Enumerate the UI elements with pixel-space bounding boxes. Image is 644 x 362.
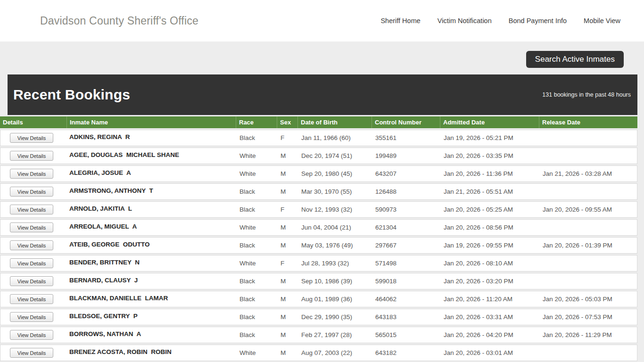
release-date-value — [539, 183, 637, 200]
search-active-inmates-button[interactable]: Search Active Inmates — [526, 51, 624, 68]
release-date-value: Jan 20, 2026 - 05:03 PM — [539, 291, 637, 307]
release-date-value: Jan 20, 2026 - 11:29 PM — [539, 327, 637, 343]
control-number-value: 643207 — [372, 165, 440, 182]
dob-value: Aug 01, 1989 (36) — [297, 291, 372, 307]
view-details-button[interactable]: View Details — [10, 169, 53, 179]
dob-value: Dec 20, 1974 (51) — [297, 148, 372, 164]
column-header-admitted-date: Admitted Date — [440, 116, 539, 128]
admitted-date-value: Jan 20, 2026 - 03:31 AM — [440, 309, 539, 325]
table-row: View Details BLACKMAN, DANIELLE LAMAR Bl… — [0, 291, 637, 307]
view-details-button[interactable]: View Details — [10, 240, 53, 250]
inmate-name: ARREOLA, MIGUEL A — [66, 219, 236, 236]
admitted-date-value: Jan 20, 2026 - 08:10 AM — [440, 255, 539, 272]
dob-value: Sep 10, 1986 (39) — [297, 273, 372, 289]
nav-link-sheriff-home[interactable]: Sheriff Home — [380, 17, 420, 25]
sex-value: M — [277, 291, 297, 307]
sex-value: M — [277, 327, 297, 343]
control-number-value: 621304 — [372, 219, 440, 236]
bookings-table: DetailsInmate NameRaceSexDate of BirthCo… — [0, 115, 637, 362]
view-details-button[interactable]: View Details — [10, 187, 53, 197]
inmate-name: BORROWS, NATHAN A — [66, 327, 236, 343]
admitted-date-value: Jan 19, 2026 - 09:55 PM — [440, 237, 539, 254]
inmate-name: ATEIB, GEORGE ODUTTO — [66, 237, 236, 254]
race-value: White — [236, 255, 277, 272]
sex-value: F — [277, 201, 297, 218]
details-cell: View Details — [0, 237, 66, 254]
nav-link-bond-payment-info[interactable]: Bond Payment Info — [509, 17, 567, 25]
control-number-value: 199489 — [372, 148, 440, 164]
details-cell: View Details — [0, 291, 66, 307]
dob-value: May 03, 1976 (49) — [297, 237, 372, 254]
sex-value: M — [277, 183, 297, 200]
admitted-date-value: Jan 19, 2026 - 05:21 PM — [440, 130, 539, 146]
view-details-button[interactable]: View Details — [10, 348, 53, 358]
table-row: View Details BLEDSOE, GENTRY P Black M D… — [0, 309, 637, 325]
sex-value: M — [277, 148, 297, 164]
inmate-name: AGEE, DOUGLAS MICHAEL SHANE — [66, 148, 236, 164]
release-date-value — [539, 130, 637, 146]
sex-value: M — [277, 345, 297, 361]
control-number-value: 355161 — [372, 130, 440, 146]
admitted-date-value: Jan 20, 2026 - 11:20 AM — [440, 291, 539, 307]
view-details-button[interactable]: View Details — [10, 222, 53, 232]
view-details-button[interactable]: View Details — [10, 294, 53, 304]
race-value: Black — [236, 237, 277, 254]
view-details-button[interactable]: View Details — [10, 312, 53, 322]
release-date-value: Jan 20, 2026 - 07:53 PM — [539, 309, 637, 325]
race-value: Black — [236, 309, 277, 325]
admitted-date-value: Jan 20, 2026 - 05:25 AM — [440, 201, 539, 218]
sex-value: F — [277, 255, 297, 272]
control-number-value: 297667 — [372, 237, 440, 254]
admitted-date-value: Jan 20, 2026 - 03:35 PM — [440, 148, 539, 164]
nav-link-victim-notification[interactable]: Victim Notification — [438, 17, 492, 25]
race-value: White — [236, 345, 277, 361]
release-date-value: Jan 21, 2026 - 03:28 AM — [539, 165, 637, 182]
admitted-date-value: Jan 20, 2026 - 03:01 AM — [440, 345, 539, 361]
race-value: White — [236, 219, 277, 236]
dob-value: Aug 07, 2003 (22) — [297, 345, 372, 361]
view-details-button[interactable]: View Details — [10, 258, 53, 268]
table-row: View Details ARREOLA, MIGUEL A White M J… — [0, 219, 637, 236]
details-cell: View Details — [0, 345, 66, 361]
control-number-value: 599018 — [372, 273, 440, 289]
release-date-value — [539, 345, 637, 361]
details-cell: View Details — [0, 148, 66, 164]
control-number-value: 565015 — [372, 327, 440, 343]
control-number-value: 643183 — [372, 309, 440, 325]
sex-value: M — [277, 273, 297, 289]
control-number-value: 590973 — [372, 201, 440, 218]
site-header: Davidson County Sheriff's Office Sheriff… — [0, 0, 644, 41]
details-cell: View Details — [0, 309, 66, 325]
table-row: View Details ATEIB, GEORGE ODUTTO Black … — [0, 237, 637, 254]
inmate-name: BENDER, BRITTNEY N — [66, 255, 236, 272]
details-cell: View Details — [0, 327, 66, 343]
view-details-button[interactable]: View Details — [10, 205, 53, 214]
sex-value: F — [277, 130, 297, 146]
dob-value: Nov 12, 1993 (32) — [297, 201, 372, 218]
view-details-button[interactable]: View Details — [10, 151, 53, 161]
inmate-name: BLEDSOE, GENTRY P — [66, 309, 236, 325]
control-number-value: 464062 — [372, 291, 440, 307]
nav-link-mobile-view[interactable]: Mobile View — [584, 17, 620, 25]
release-date-value: Jan 20, 2026 - 01:39 PM — [539, 237, 637, 254]
view-details-button[interactable]: View Details — [10, 276, 53, 286]
sex-value: M — [277, 309, 297, 325]
inmate-name: ADKINS, REGINA R — [66, 130, 236, 146]
inmate-name: BLACKMAN, DANIELLE LAMAR — [66, 291, 236, 307]
table-row: View Details ADKINS, REGINA R Black F Ja… — [0, 130, 637, 146]
control-number-value: 571498 — [372, 255, 440, 272]
admitted-date-value: Jan 21, 2026 - 05:51 AM — [440, 183, 539, 200]
details-cell: View Details — [0, 255, 66, 272]
sex-value: M — [277, 219, 297, 236]
table-row: View Details ARMSTRONG, ANTHONY T Black … — [0, 183, 637, 200]
view-details-button[interactable]: View Details — [10, 133, 53, 143]
table-row: View Details AGEE, DOUGLAS MICHAEL SHANE… — [0, 148, 637, 164]
release-date-value — [539, 255, 637, 272]
view-details-button[interactable]: View Details — [10, 330, 53, 340]
table-header: DetailsInmate NameRaceSexDate of BirthCo… — [0, 116, 637, 128]
details-cell: View Details — [0, 219, 66, 236]
panel-title: Recent Bookings — [13, 87, 130, 103]
table-row: View Details BORROWS, NATHAN A Black M F… — [0, 327, 637, 343]
details-cell: View Details — [0, 165, 66, 182]
race-value: Black — [236, 291, 277, 307]
